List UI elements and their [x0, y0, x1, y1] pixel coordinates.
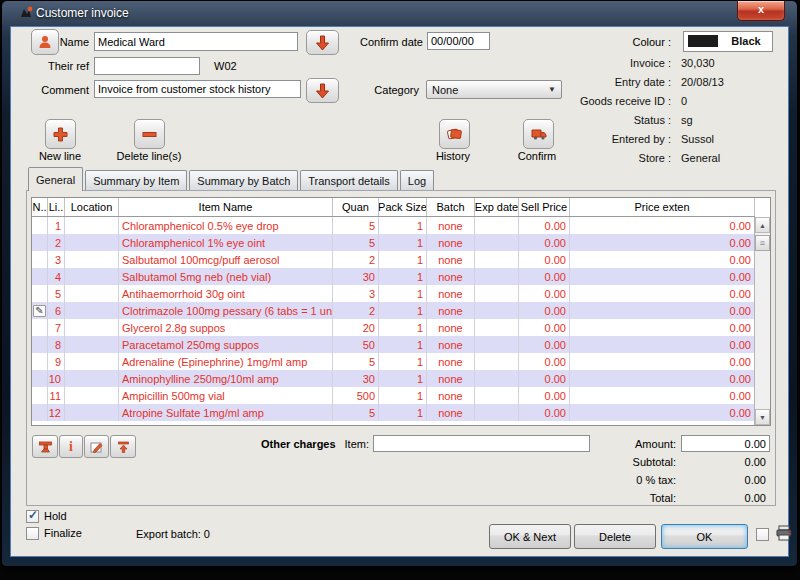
cell-ext: 0.00: [570, 319, 755, 336]
cell-note: ✎: [32, 302, 48, 319]
finalize-checkbox[interactable]: ✓: [26, 527, 39, 540]
delete-button[interactable]: Delete: [574, 524, 656, 549]
cell-quan: 3: [333, 285, 379, 302]
scrollbar-thumb[interactable]: ≡: [755, 235, 770, 251]
confirm-date-input[interactable]: [427, 32, 490, 50]
table-row[interactable]: 7Glycerol 2.8g suppos201none0.000.00: [32, 319, 755, 336]
info-value: sg: [681, 114, 693, 128]
export-batch-text: Export batch: 0: [136, 528, 210, 541]
ok-button[interactable]: OK: [661, 524, 748, 549]
cell-batch: none: [427, 404, 475, 421]
cell-sell: 0.00: [519, 268, 570, 285]
name-input[interactable]: [94, 32, 298, 51]
new-line-button[interactable]: [45, 119, 76, 149]
app-icon: [18, 5, 34, 21]
cell-sell: 0.00: [519, 336, 570, 353]
cell-item: Clotrimazole 100mg pessary (6 tabs = 1 u…: [119, 302, 333, 319]
cell-location: [65, 353, 119, 370]
cell-ext: 0.00: [570, 370, 755, 387]
tab-summary-by-item[interactable]: Summary by Item: [85, 170, 187, 190]
cell-line: 4: [48, 268, 65, 285]
table-row[interactable]: ✎6Clotrimazole 100mg pessary (6 tabs = 1…: [32, 302, 755, 319]
info-value: 20/08/13: [681, 76, 724, 90]
table-row[interactable]: 3Salbutamol 100mcg/puff aerosol21none0.0…: [32, 251, 755, 268]
cell-item: Paracetamol 250mg suppos: [119, 336, 333, 353]
cell-line: 3: [48, 251, 65, 268]
cell-pack: 1: [379, 404, 427, 421]
cell-batch: none: [427, 387, 475, 404]
column-header-exp[interactable]: Exp date: [475, 198, 519, 216]
printer-icon[interactable]: [774, 524, 794, 542]
column-header-batch[interactable]: Batch: [427, 198, 475, 216]
cell-exp: [475, 353, 519, 370]
table-row[interactable]: 1Chloramphenicol 0.5% eye drop51none0.00…: [32, 217, 755, 234]
print-checkbox[interactable]: ✓: [756, 528, 769, 541]
their-ref-label: Their ref: [39, 60, 89, 73]
info-row: Entered by :Sussol: [431, 133, 771, 147]
tab-transport-details[interactable]: Transport details: [300, 170, 398, 190]
cell-batch: none: [427, 217, 475, 234]
column-header-item[interactable]: Item Name: [119, 198, 333, 216]
table-scrollbar[interactable]: ▲ ≡ ▼: [754, 217, 770, 425]
note-icon[interactable]: ✎: [33, 305, 45, 317]
cell-sell: 0.00: [519, 302, 570, 319]
cell-location: [65, 370, 119, 387]
hold-checkbox[interactable]: ✓: [26, 510, 39, 523]
comment-expand-button[interactable]: [306, 78, 339, 103]
titlebar[interactable]: Customer invoice x: [2, 1, 797, 27]
cell-quan: 20: [333, 319, 379, 336]
info-row: Invoice :30,030: [431, 57, 771, 71]
cell-pack: 1: [379, 370, 427, 387]
delete-lines-label: Delete line(s): [108, 150, 190, 162]
cell-location: [65, 234, 119, 251]
cell-location: [65, 336, 119, 353]
cell-note: [32, 251, 48, 268]
table-row[interactable]: 2Chloramphenicol 1% eye oint51none0.000.…: [32, 234, 755, 251]
table-row[interactable]: 9Adrenaline (Epinephrine) 1mg/ml amp51no…: [32, 353, 755, 370]
cell-batch: none: [427, 302, 475, 319]
ok-next-button[interactable]: OK & Next: [489, 524, 571, 549]
colour-value: Black: [722, 35, 770, 47]
cell-ext: 0.00: [570, 285, 755, 302]
tab-summary-by-batch[interactable]: Summary by Batch: [189, 170, 298, 190]
column-header-sell[interactable]: Sell Price: [519, 198, 570, 216]
cell-location: [65, 268, 119, 285]
table-row[interactable]: 10Aminophylline 250mg/10ml amp301none0.0…: [32, 370, 755, 387]
confirm-button[interactable]: [523, 119, 554, 149]
their-ref-input[interactable]: [94, 57, 200, 75]
column-header-note[interactable]: N..: [32, 198, 48, 216]
cell-ext: 0.00: [570, 251, 755, 268]
table-row[interactable]: 11Ampicillin 500mg vial5001none0.000.00: [32, 387, 755, 404]
name-lookup-button[interactable]: [306, 30, 339, 55]
comment-input[interactable]: [94, 80, 301, 98]
column-header-quan[interactable]: Quan: [333, 198, 379, 216]
history-button[interactable]: [439, 119, 470, 149]
cell-pack: 1: [379, 268, 427, 285]
table-row[interactable]: 8Paracetamol 250mg suppos501none0.000.00: [32, 336, 755, 353]
colour-label: Colour :: [571, 36, 671, 49]
scroll-up-button[interactable]: ▲: [755, 217, 770, 233]
cell-item: Aminophylline 250mg/10ml amp: [119, 370, 333, 387]
column-header-pack[interactable]: Pack Size: [379, 198, 427, 216]
cell-location: [65, 217, 119, 234]
close-icon: x: [758, 3, 764, 15]
column-header-ext[interactable]: Price exten: [570, 198, 755, 216]
cell-quan: 500: [333, 387, 379, 404]
delete-lines-button[interactable]: [134, 119, 165, 149]
tab-general[interactable]: General: [28, 167, 83, 191]
close-button[interactable]: x: [737, 1, 785, 21]
colour-picker[interactable]: Black: [683, 31, 773, 52]
tab-log[interactable]: Log: [400, 170, 434, 190]
cell-line: 2: [48, 234, 65, 251]
table-row[interactable]: 5Antihaemorrhoid 30g oint31none0.000.00: [32, 285, 755, 302]
cell-sell: 0.00: [519, 319, 570, 336]
cell-ext: 0.00: [570, 234, 755, 251]
table-row[interactable]: 12Atropine Sulfate 1mg/ml amp51none0.000…: [32, 404, 755, 421]
cell-location: [65, 404, 119, 421]
cell-item: Chloramphenicol 0.5% eye drop: [119, 217, 333, 234]
table-row[interactable]: 4Salbutamol 5mg neb (neb vial)301none0.0…: [32, 268, 755, 285]
column-header-line[interactable]: Li..: [48, 198, 65, 216]
info-row: Status :sg: [431, 114, 771, 128]
scroll-down-button[interactable]: ▼: [755, 409, 770, 425]
column-header-location[interactable]: Location: [65, 198, 119, 216]
